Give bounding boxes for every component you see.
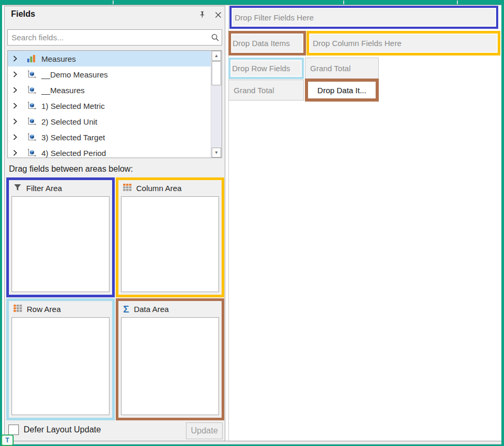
- row-area-label: Row Area: [27, 305, 61, 314]
- chevron-right-icon[interactable]: [8, 150, 27, 156]
- tree-item-selected-target[interactable]: 3) Selected Target: [8, 129, 211, 145]
- chevron-right-icon[interactable]: [8, 87, 27, 93]
- row-area-box[interactable]: Row Area: [6, 298, 115, 420]
- filter-area-dropzone[interactable]: [12, 196, 109, 292]
- filter-icon: [14, 184, 21, 193]
- grand-total-column-cell: Grand Total: [305, 58, 379, 79]
- scroll-up-button[interactable]: ▲: [212, 51, 221, 61]
- close-button[interactable]: [212, 10, 224, 21]
- bottom-edge-strip: [2, 441, 501, 444]
- cube-measure-icon: [27, 70, 41, 79]
- scroll-down-button[interactable]: ▼: [212, 148, 221, 158]
- chevron-right-icon[interactable]: [8, 71, 27, 77]
- drop-data-items-zone[interactable]: Drop Data Items: [228, 31, 306, 55]
- column-area-label: Column Area: [136, 184, 182, 193]
- defer-layout-checkbox[interactable]: [8, 425, 19, 435]
- defer-layout-label: Defer Layout Update: [24, 425, 101, 434]
- column-area-dropzone[interactable]: [121, 196, 219, 292]
- row-grid-icon: [14, 305, 22, 314]
- drop-row-fields-zone[interactable]: Drop Row Fields: [228, 58, 304, 79]
- tree-item-label: 4) Selected Period: [41, 149, 106, 158]
- panel-title: Fields: [11, 9, 35, 19]
- search-box: [7, 29, 222, 46]
- filter-area-label: Filter Area: [26, 184, 62, 193]
- chevron-right-icon[interactable]: [8, 103, 27, 109]
- tree-item-label: 3) Selected Target: [41, 133, 105, 142]
- tree-item-label: 2) Selected Unit: [41, 117, 97, 126]
- chevron-right-icon[interactable]: [8, 55, 27, 62]
- column-grid-icon: [123, 184, 132, 193]
- update-button[interactable]: Update: [186, 422, 223, 439]
- drag-hint-text: Drag fields between areas below:: [9, 164, 133, 174]
- tree-item-selected-unit[interactable]: 2) Selected Unit: [8, 114, 211, 129]
- vertical-scrollbar[interactable]: ▲ ▼: [211, 51, 222, 158]
- data-area-box[interactable]: Σ Data Area: [116, 298, 224, 420]
- tree-item-label: 1) Selected Metric: [41, 102, 105, 110]
- cube-measure-icon: [27, 85, 41, 95]
- tree-item-label: __Demo Measures: [41, 70, 108, 79]
- fields-panel: Fields: [4, 6, 225, 442]
- column-area-box[interactable]: Column Area: [116, 177, 224, 297]
- pin-button[interactable]: [196, 10, 208, 21]
- close-icon: [214, 11, 222, 21]
- top-edge-tick: [343, 1, 344, 4]
- pivot-table-area: Drop Filter Fields Here Drop Data Items …: [226, 5, 501, 441]
- pin-icon: [198, 10, 206, 21]
- bar-chart-icon: [27, 54, 41, 63]
- sigma-icon: Σ: [123, 304, 129, 314]
- drop-column-fields-zone[interactable]: Drop Column Fields Here: [306, 31, 500, 55]
- drop-filter-fields-zone[interactable]: Drop Filter Fields Here: [229, 6, 498, 29]
- filter-area-box[interactable]: Filter Area: [6, 177, 115, 297]
- tree-item-selected-metric[interactable]: 1) Selected Metric: [8, 98, 211, 114]
- tree-item-label: Measures: [41, 54, 76, 63]
- corner-logo-badge: T: [1, 434, 14, 446]
- tree-item-selected-period[interactable]: 4) Selected Period: [8, 145, 211, 158]
- top-edge-tick: [457, 1, 458, 4]
- workspace: Fields: [2, 5, 501, 443]
- cube-measure-icon: [27, 148, 41, 158]
- tree-item-label: __Measures: [41, 86, 85, 95]
- scroll-down-icon: ▼: [214, 150, 218, 155]
- search-input[interactable]: [8, 33, 209, 42]
- tree-item-measures-2[interactable]: __Measures: [8, 82, 211, 98]
- chevron-right-icon[interactable]: [8, 134, 27, 140]
- field-tree-list: Measures: [7, 50, 222, 158]
- data-area-label: Data Area: [134, 305, 169, 314]
- search-icon: [209, 34, 222, 42]
- cube-measure-icon: [27, 132, 41, 142]
- scrollbar-thumb[interactable]: [212, 61, 221, 85]
- drop-data-items-truncated-zone[interactable]: Drop Data It...: [305, 79, 379, 102]
- top-edge-tick: [113, 1, 114, 4]
- grand-total-row-cell: Grand Total: [228, 80, 304, 101]
- data-area-dropzone[interactable]: [121, 317, 219, 415]
- cube-measure-icon: [27, 101, 41, 110]
- tree-item-measures[interactable]: Measures: [8, 51, 211, 66]
- row-area-dropzone[interactable]: [12, 317, 109, 415]
- scroll-up-icon: ▲: [214, 53, 218, 58]
- chevron-right-icon[interactable]: [8, 118, 27, 125]
- cube-measure-icon: [27, 117, 41, 126]
- tree-item-demo-measures[interactable]: __Demo Measures: [8, 66, 211, 82]
